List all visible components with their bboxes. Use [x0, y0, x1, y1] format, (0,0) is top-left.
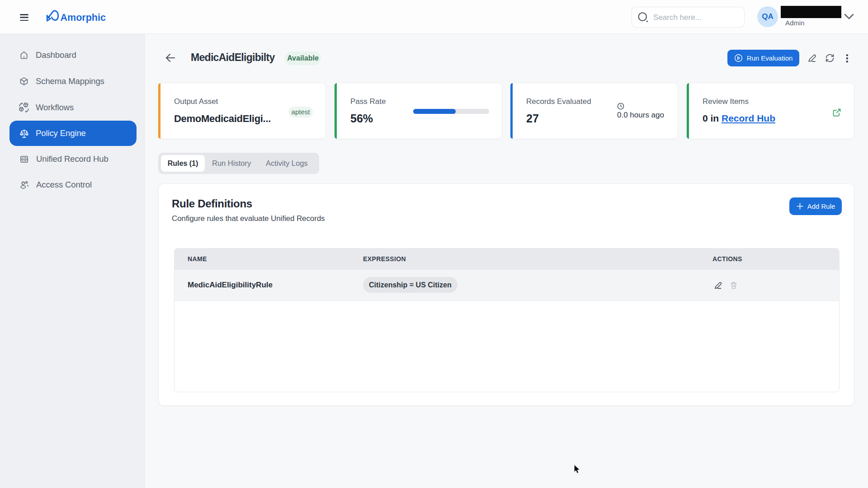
svg-text:Amorphic: Amorphic — [61, 12, 106, 23]
